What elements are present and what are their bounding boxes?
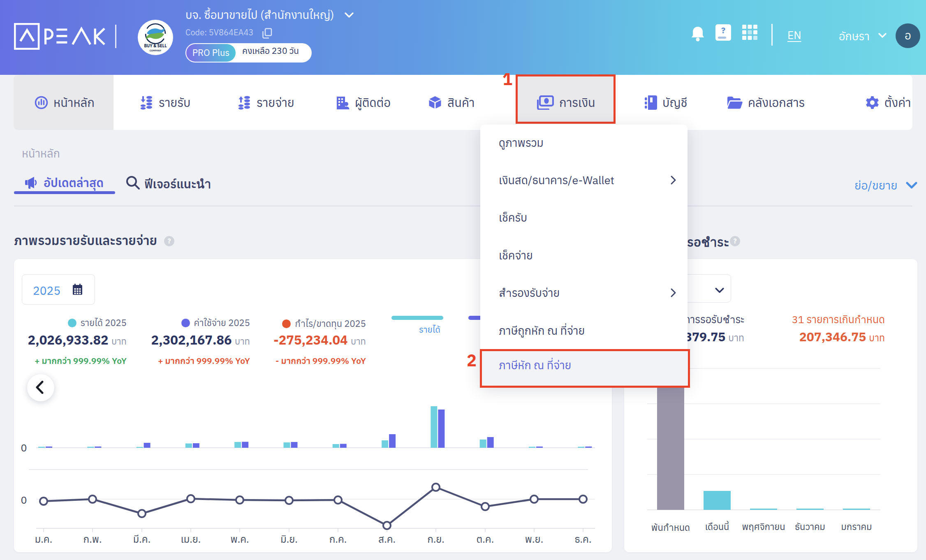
svg-text:?: ? <box>721 25 725 36</box>
svg-text:BUY & SELL: BUY & SELL <box>144 43 167 49</box>
svg-text:COMPANY: COMPANY <box>150 49 162 52</box>
